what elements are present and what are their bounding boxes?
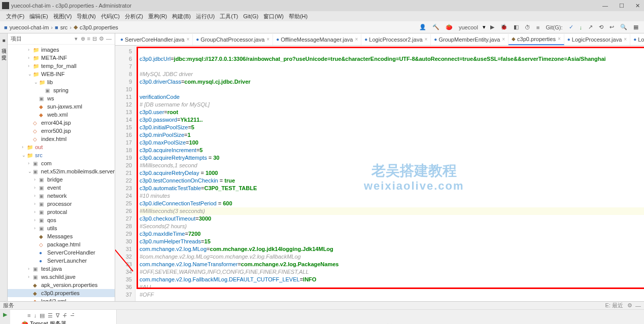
tree-item[interactable]: ◆sun-jaxws.xml xyxy=(8,102,115,111)
services-hide-icon[interactable]: — xyxy=(635,303,641,309)
code-content[interactable]: c3p0.jdbcUrl=jdbc:mysql://127.0.0.1:3306… xyxy=(135,46,644,301)
tree-item[interactable]: ›▣network xyxy=(8,192,115,200)
services-tool-icon[interactable]: ▤ xyxy=(40,312,45,319)
tree-item[interactable]: ◇package.html xyxy=(8,240,115,248)
git-push-button[interactable]: ↗ xyxy=(587,24,594,30)
tree-item[interactable]: ›📁images xyxy=(8,46,115,54)
tree-item[interactable]: ›📁temp_for_mall xyxy=(8,62,115,70)
run-config[interactable]: yuecool xyxy=(457,24,480,30)
editor-tab[interactable]: ●GroupMemberEntity.java× xyxy=(431,34,509,45)
maximize-button[interactable]: ☐ xyxy=(617,3,626,9)
editor-tab[interactable]: ●OfflineMessageManager.java× xyxy=(273,34,361,45)
breadcrumb-src[interactable]: src xyxy=(60,24,68,30)
services-tool-icon[interactable]: ↓ xyxy=(33,312,37,318)
menu-item[interactable]: 分析(Z) xyxy=(123,13,145,20)
tree-item[interactable]: ›▣qos xyxy=(8,216,115,224)
menu-item[interactable]: 帮助(H) xyxy=(287,13,310,20)
tree-item[interactable]: ◆c3p0.properties xyxy=(8,289,115,297)
editor-tab[interactable]: ●LogicProcessor.java× xyxy=(564,34,630,45)
expand-all-icon[interactable]: ≡ xyxy=(87,35,90,42)
git-update-button[interactable]: ✓ xyxy=(567,24,575,30)
git-revert-button[interactable]: ↩ xyxy=(608,24,616,30)
editor[interactable]: 5678910111213141516171819202122232425262… xyxy=(115,46,644,301)
services-root[interactable]: Tomcat 服务器 xyxy=(30,320,66,324)
tree-item[interactable]: ▣spring xyxy=(8,86,115,94)
debug-button[interactable]: 🐞 xyxy=(499,24,509,30)
tree-item[interactable]: ›▣utils xyxy=(8,224,115,232)
services-settings-icon[interactable]: ⚙ xyxy=(627,302,632,309)
breadcrumb-file[interactable]: c3p0.properties xyxy=(80,24,118,30)
breadcrumb[interactable]: ■ yuecool-chat-im › ■ src › ◆ c3p0.prope… xyxy=(4,24,118,30)
menu-item[interactable]: 窗口(W) xyxy=(261,13,286,20)
tree-item[interactable]: ◇error500.jsp xyxy=(8,127,115,135)
tree-item[interactable]: ›▣protocal xyxy=(8,208,115,216)
menu-item[interactable]: 重构(R) xyxy=(146,13,169,20)
build-button[interactable]: 🔨 xyxy=(431,24,441,30)
stop-button[interactable]: ■ xyxy=(535,24,541,30)
tree-item[interactable]: ›▣processor xyxy=(8,200,115,208)
tree-item[interactable]: ›📁out xyxy=(8,143,115,151)
tree-item[interactable]: ◇error404.jsp xyxy=(8,119,115,127)
coverage-button[interactable]: ◧ xyxy=(512,24,520,30)
editor-tab[interactable]: ●LogicProcessor2.java× xyxy=(361,34,431,45)
tree-item[interactable]: ▣ws xyxy=(8,94,115,102)
menu-item[interactable]: 编辑(E) xyxy=(27,13,50,20)
tree-item[interactable]: ◇index.html xyxy=(8,135,115,143)
tree-item[interactable]: ›📁META-INF xyxy=(8,54,115,62)
services-tool-icon[interactable]: −̄ xyxy=(70,312,75,319)
hide-panel-icon[interactable]: — xyxy=(106,35,112,42)
tree-item[interactable]: ◆Messages xyxy=(8,232,115,240)
editor-tab[interactable]: ●LocalSendHelper.java× xyxy=(630,34,644,45)
editor-tab[interactable]: ●GroupChatProcessor.java× xyxy=(193,34,273,45)
user-icon[interactable]: 👤 xyxy=(418,24,428,30)
run-button[interactable]: ▶ xyxy=(489,24,496,30)
tree-item[interactable]: ⌄📁WEB-INF xyxy=(8,70,115,78)
editor-tab[interactable]: ◆c3p0.properties× xyxy=(509,34,564,45)
bottom-panel: 服务 E: 最近 ⚙ — ▶ ≡↓▤☰∇+̄−̄ ⌄🍅Tomcat 服务器 ⌄✱… xyxy=(0,301,644,324)
services-run-button[interactable]: ▶ xyxy=(3,311,7,318)
menu-item[interactable]: Git(G) xyxy=(241,13,260,19)
settings-gear-icon[interactable]: ⚙ xyxy=(99,35,104,42)
git-commit-button[interactable]: ↓ xyxy=(578,24,584,30)
services-recent[interactable]: E: 最近 xyxy=(605,302,623,309)
tree-item[interactable]: ●ServerCoreHandler xyxy=(8,248,115,257)
project-tree[interactable]: ›📁images›📁META-INF›📁temp_for_mall⌄📁WEB-I… xyxy=(8,45,115,301)
tree-item[interactable]: ◆apk_version.properties xyxy=(8,281,115,289)
services-tool-icon[interactable]: +̄ xyxy=(62,312,67,319)
services-tree[interactable]: ≡↓▤☰∇+̄−̄ ⌄🍅Tomcat 服务器 ⌄✱未启动 🍅yuecool [本… xyxy=(10,310,117,324)
minimize-button[interactable]: — xyxy=(600,3,610,9)
tree-item[interactable]: ●ServerLauncher xyxy=(8,257,115,265)
menu-item[interactable]: 构建(B) xyxy=(170,13,193,20)
project-tool-button[interactable]: ■ 项目 xyxy=(0,38,7,45)
menu-item[interactable]: 导航(N) xyxy=(75,13,97,20)
services-tool-icon[interactable]: ∇ xyxy=(56,312,59,319)
close-button[interactable]: ✕ xyxy=(633,3,642,9)
menu-item[interactable]: 运行(U) xyxy=(194,13,217,20)
menu-item[interactable]: 视图(V) xyxy=(51,13,74,20)
tree-item[interactable]: ◆web.xml xyxy=(8,111,115,119)
tree-item[interactable]: ›▣ws.schild.jave xyxy=(8,273,115,281)
tree-item[interactable]: ⌄📁lib xyxy=(8,78,115,86)
project-view-selector[interactable]: ▾ xyxy=(75,35,78,42)
search-icon[interactable]: 🔍 xyxy=(619,24,629,30)
services-tool-icon[interactable]: ☰ xyxy=(48,312,53,319)
editor-tab[interactable]: ●ServerCoreHandler.java× xyxy=(117,34,193,45)
settings-icon[interactable]: ▦ xyxy=(632,24,640,30)
tree-item[interactable]: ⌄▣net.x52im.mobileimsdk.server xyxy=(8,167,115,175)
tree-item[interactable]: ⌄📁src xyxy=(8,151,115,159)
select-opened-icon[interactable]: ⊕ xyxy=(81,35,85,42)
menu-item[interactable]: 工具(T) xyxy=(218,13,240,20)
tree-item[interactable]: ◆log4j2.xml xyxy=(8,297,115,301)
runconfig-icon[interactable]: 🍅 xyxy=(444,24,454,30)
collapse-all-icon[interactable]: ⊟ xyxy=(92,35,97,42)
git-history-button[interactable]: ⟲ xyxy=(597,24,605,30)
menu-item[interactable]: 代码(C) xyxy=(99,13,122,20)
profile-button[interactable]: ⏱ xyxy=(523,24,532,30)
tree-item[interactable]: ›▣bridge xyxy=(8,175,115,184)
tree-item[interactable]: ›▣test.java xyxy=(8,265,115,273)
services-tool-icon[interactable]: ≡ xyxy=(27,312,30,318)
tree-item[interactable]: ›▣com xyxy=(8,159,115,167)
menu-item[interactable]: 文件(F) xyxy=(4,13,26,20)
breadcrumb-root[interactable]: yuecool-chat-im xyxy=(10,24,49,30)
tree-item[interactable]: ›▣event xyxy=(8,184,115,192)
